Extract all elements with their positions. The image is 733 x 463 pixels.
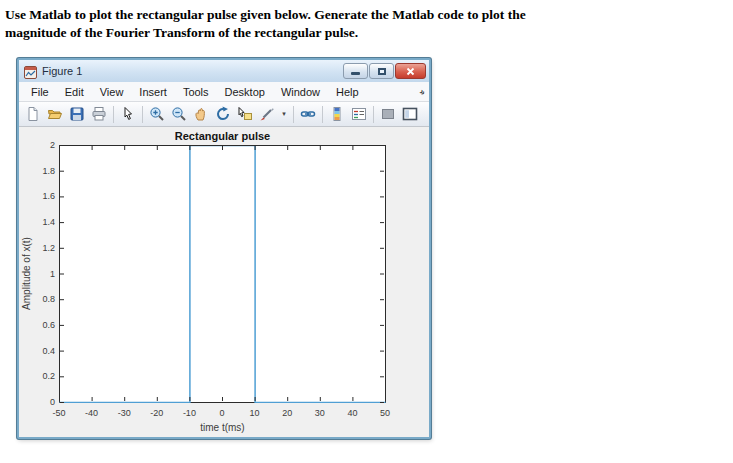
menu-item-insert[interactable]: Insert [131, 84, 175, 100]
x-tick-label: 10 [240, 408, 270, 418]
y-tick-label: 1.2 [21, 243, 55, 253]
y-tick-label: 1.4 [21, 217, 55, 227]
figure-canvas: Rectangular pulse time t(ms) Amplitude o… [19, 127, 429, 437]
insert-colorbar-icon[interactable] [326, 103, 348, 125]
toolbar-separator [142, 106, 143, 123]
minimize-icon [351, 72, 360, 75]
x-tick-label: -40 [77, 408, 107, 418]
edit-plot-pointer-icon[interactable] [117, 103, 139, 125]
plot-title: Rectangular pulse [59, 130, 386, 142]
y-tick-label: 1 [21, 269, 55, 279]
task-heading-line1: Use Matlab to plot the rectangular pulse… [5, 6, 705, 24]
maximize-button[interactable] [369, 63, 394, 79]
zoom-out-icon[interactable] [168, 103, 190, 125]
title-bar[interactable]: Figure 1 [19, 60, 429, 82]
pan-icon[interactable] [190, 103, 212, 125]
menu-item-desktop[interactable]: Desktop [217, 84, 273, 100]
menu-item-help[interactable]: Help [328, 84, 367, 100]
toolbar-separator [113, 106, 114, 123]
brush-data-icon[interactable] [256, 103, 278, 125]
y-tick-label: 0.8 [21, 294, 55, 304]
insert-legend-icon[interactable] [348, 103, 370, 125]
rotate-3d-icon[interactable] [212, 103, 234, 125]
print-figure-icon[interactable] [88, 103, 110, 125]
x-tick-label: -20 [142, 408, 172, 418]
new-figure-icon[interactable] [22, 103, 44, 125]
task-heading-line2: magnitude of the Fourier Transform of th… [5, 24, 705, 42]
x-tick-label: -30 [109, 408, 139, 418]
menu-bar: FileEditViewInsertToolsDesktopWindowHelp… [19, 82, 429, 102]
window-title: Figure 1 [42, 65, 343, 77]
x-tick-label: 0 [207, 408, 237, 418]
hide-plot-tools-icon[interactable] [377, 103, 399, 125]
open-file-icon[interactable] [44, 103, 66, 125]
y-tick-label: 1.8 [21, 166, 55, 176]
menu-item-tools[interactable]: Tools [175, 84, 217, 100]
minimize-button[interactable] [343, 63, 368, 79]
x-tick-label: 20 [272, 408, 302, 418]
x-tick-label: -50 [44, 408, 74, 418]
menu-item-view[interactable]: View [92, 84, 132, 100]
link-plot-icon[interactable] [297, 103, 319, 125]
close-icon [406, 67, 415, 76]
show-plot-tools-icon[interactable] [399, 103, 421, 125]
toolbar-separator [293, 106, 294, 123]
toolbar-separator [373, 106, 374, 123]
x-tick-label: 30 [305, 408, 335, 418]
y-tick-label: 0.4 [21, 346, 55, 356]
menu-item-file[interactable]: File [23, 84, 57, 100]
task-heading: Use Matlab to plot the rectangular pulse… [5, 6, 705, 42]
y-tick-label: 1.6 [21, 191, 55, 201]
x-tick-label: 50 [370, 408, 400, 418]
brush-dropdown-arrow[interactable]: ▾ [278, 103, 290, 125]
y-tick-label: 0 [21, 397, 55, 407]
toolbar-separator [322, 106, 323, 123]
save-figure-icon[interactable] [66, 103, 88, 125]
y-tick-label: 0.2 [21, 371, 55, 381]
menu-item-edit[interactable]: Edit [57, 84, 92, 100]
menu-overflow-chevron[interactable]: » [417, 86, 427, 97]
plot-area [59, 145, 386, 403]
y-tick-label: 0.6 [21, 320, 55, 330]
menu-item-window[interactable]: Window [273, 84, 328, 100]
maximize-icon [378, 68, 386, 75]
x-axis-label: time t(ms) [59, 422, 386, 433]
window-controls [343, 63, 426, 79]
plot-svg [59, 145, 386, 403]
toolbar: ▾ [19, 102, 429, 127]
x-tick-label: -10 [174, 408, 204, 418]
y-tick-label: 2 [21, 140, 55, 150]
x-tick-label: 40 [337, 408, 367, 418]
close-button[interactable] [395, 63, 426, 79]
data-cursor-icon[interactable] [234, 103, 256, 125]
figure-window: Figure 1 FileEditViewInsertToolsDesktopW… [17, 58, 431, 439]
matlab-figure-icon [24, 65, 37, 78]
zoom-in-icon[interactable] [146, 103, 168, 125]
